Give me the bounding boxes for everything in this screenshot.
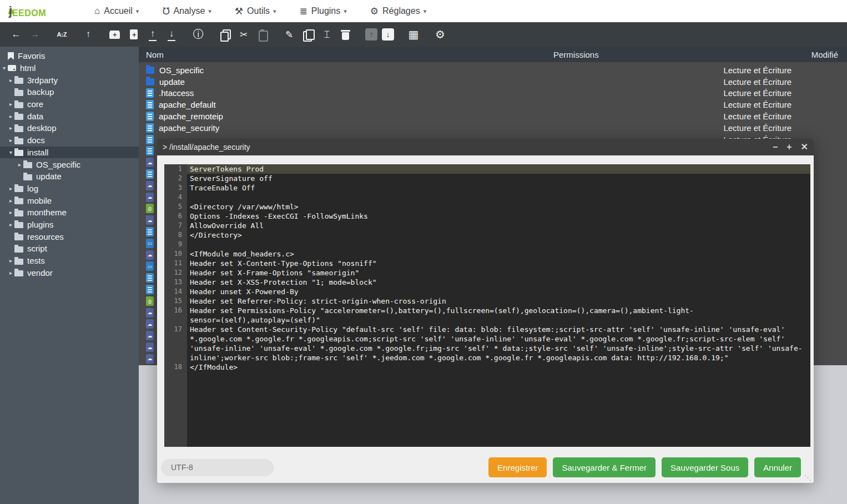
code-line[interactable]: 4 (164, 193, 810, 202)
code-line[interactable]: 'unsafe-inline' 'unsafe-eval' *.google.c… (164, 344, 810, 353)
code-line[interactable]: 6Options -Indexes -ExecCGI -FollowSymLin… (164, 211, 810, 221)
code-line[interactable]: 2ServerSignature off (164, 174, 810, 183)
sauvegarder-fermer-button[interactable]: Sauvegarder & Fermer (553, 457, 656, 477)
sort-icon[interactable]: A↕Z (54, 27, 69, 42)
sidebar-item-vendor[interactable]: ▸vendor (0, 266, 139, 279)
table-row-apache_security[interactable]: apache_securityLecture et Écriture (139, 122, 847, 134)
upload-icon[interactable]: ↑ (145, 27, 160, 42)
code-editor[interactable]: 1ServerTokens Prod2ServerSignature off3T… (164, 164, 810, 447)
code-line[interactable]: inline';worker-src blob:;frame-src 'self… (164, 353, 810, 362)
sidebar-item-log[interactable]: ▸log (0, 183, 139, 195)
nav-item-accueil[interactable]: ⌂Accueil▾ (94, 6, 139, 17)
code-line[interactable]: 5<Directory /var/www/html> (164, 202, 810, 211)
copy-icon[interactable] (218, 27, 232, 42)
tree-caret-icon[interactable]: ▸ (7, 221, 14, 228)
code-line[interactable]: 17Header set Content-Security-Policy "de… (164, 325, 810, 334)
code-line[interactable]: 14Header unset X-Powered-By (164, 287, 810, 296)
code-line[interactable]: 1ServerTokens Prod (164, 164, 810, 174)
info-icon[interactable]: ⓘ (191, 27, 205, 42)
minimize-icon[interactable]: − (773, 143, 778, 152)
column-header-modifie[interactable]: Modifié (793, 50, 847, 59)
code-line[interactable]: 9 (164, 240, 810, 249)
code-line[interactable]: 10<IfModule mod_headers.c> (164, 249, 810, 259)
code-line[interactable]: 16Header set Permissions-Policy "acceler… (164, 306, 810, 315)
resize-handle[interactable]: ⋱ (804, 473, 811, 482)
code-line[interactable]: 7AllowOverride All (164, 221, 810, 230)
rename-icon[interactable]: ⌶ (320, 27, 334, 42)
sidebar-item-mobile[interactable]: ▸mobile (0, 194, 139, 206)
tree-caret-icon[interactable]: ▸ (7, 125, 14, 131)
sidebar-item-install[interactable]: ▾install (0, 147, 139, 159)
tree-caret-icon[interactable]: ▸ (7, 270, 14, 276)
close-icon[interactable]: ✕ (801, 143, 808, 152)
table-row-apache_default[interactable]: apache_defaultLecture et Écriture (139, 99, 847, 110)
column-header-permissions[interactable]: Permissions (553, 50, 793, 59)
nav-item-outils[interactable]: ⚒Outils▾ (235, 6, 276, 17)
sidebar-item-tests[interactable]: ▸tests (0, 255, 139, 267)
archive-in-icon[interactable] (365, 28, 377, 41)
nav-item-réglages[interactable]: ⚙Réglages▾ (370, 6, 426, 17)
code-line[interactable]: 8</Directory> (164, 230, 810, 240)
sidebar-item-core[interactable]: ▸core (0, 98, 139, 110)
code-line[interactable]: 13Header set X-XSS-Protection "1; mode=b… (164, 278, 810, 287)
sidebar-item-html[interactable]: ▾html (0, 62, 139, 74)
download-icon[interactable]: ↓ (164, 27, 179, 42)
enregistrer-button[interactable]: Enregistrer (488, 457, 547, 477)
code-line[interactable]: 12Header set X-Frame-Options "sameorigin… (164, 268, 810, 278)
cut-icon[interactable]: ✂ (236, 27, 251, 42)
code-line[interactable]: 3TraceEnable Off (164, 183, 810, 193)
sidebar-item-favoris[interactable]: Favoris (0, 50, 139, 62)
sidebar-item-plugins[interactable]: ▸plugins (0, 219, 139, 231)
code-line[interactable]: 18</IfModule> (164, 362, 810, 372)
up-icon[interactable]: ↑ (81, 27, 95, 42)
code-line[interactable]: sensor=(self),autoplay=(self)" (164, 315, 810, 325)
tree-caret-icon[interactable]: ▾ (1, 65, 8, 71)
sidebar-item-montheme[interactable]: ▸montheme (0, 206, 139, 219)
sidebar-item-docs[interactable]: ▸docs (0, 134, 139, 147)
sauvegarder-sous-button[interactable]: Sauvegarder Sous (662, 457, 748, 477)
archive-out-icon[interactable] (382, 28, 394, 41)
table-row-update[interactable]: updateLecture et Écriture (139, 76, 847, 88)
sidebar-item-3rdparty[interactable]: ▸3rdparty (0, 74, 139, 86)
tree-caret-icon[interactable]: ▸ (7, 209, 14, 215)
maximize-icon[interactable]: + (786, 143, 791, 152)
tree-caret-icon[interactable]: ▾ (7, 149, 14, 155)
sidebar-item-data[interactable]: ▸data (0, 110, 139, 122)
code-line[interactable]: 11Header set X-Content-Type-Options "nos… (164, 259, 810, 268)
table-row-OS_specific[interactable]: OS_specificLecture et Écriture (139, 64, 847, 76)
encoding-field[interactable]: UTF-8 (161, 459, 274, 476)
nav-item-plugins[interactable]: ≣Plugins▾ (300, 6, 347, 17)
tree-caret-icon[interactable]: ▸ (7, 198, 14, 204)
sidebar-item-resources[interactable]: resources (0, 230, 139, 243)
trash-icon[interactable] (339, 27, 353, 42)
column-header-nom[interactable]: Nom (139, 50, 553, 59)
nav-item-analyse[interactable]: ℧Analyse▾ (162, 6, 211, 17)
tree-caret-icon[interactable]: ▸ (7, 101, 14, 107)
back-icon[interactable]: ← (9, 27, 23, 42)
sidebar-item-os_specific[interactable]: ▸OS_specific (0, 158, 139, 170)
new-folder-icon[interactable] (108, 27, 122, 42)
annuler-button[interactable]: Annuler (754, 457, 801, 477)
grid-icon[interactable]: ▦ (406, 27, 421, 42)
sidebar-item-update[interactable]: update (0, 170, 139, 183)
file-name-label: update (159, 77, 185, 87)
duplicate-icon[interactable] (301, 27, 315, 42)
tree-caret-icon[interactable]: ▸ (7, 258, 14, 264)
table-row-.htaccess[interactable]: .htaccessLecture et Écriture (139, 88, 847, 99)
sidebar-item-backup[interactable]: backup (0, 86, 139, 98)
sidebar-item-script[interactable]: script (0, 243, 139, 255)
edit-icon[interactable]: ✎ (282, 27, 296, 42)
tree-caret-icon[interactable]: ▸ (16, 162, 23, 168)
code-line[interactable]: 15Header set Referrer-Policy: strict-ori… (164, 296, 810, 306)
tree-caret-icon[interactable]: ▸ (7, 113, 14, 119)
tree-caret-icon[interactable]: ▸ (7, 77, 14, 83)
new-file-icon[interactable] (127, 27, 141, 42)
jeedom-logo[interactable]: ▲ j EEDOM (6, 4, 94, 18)
sidebar-item-desktop[interactable]: ▸desktop (0, 122, 139, 134)
tree-caret-icon[interactable]: ▸ (7, 185, 14, 191)
settings-icon[interactable]: ⚙ (433, 27, 447, 42)
tree-caret-icon[interactable]: ▸ (7, 137, 14, 143)
modal-title-bar[interactable]: > /install/apache_security −+✕ (157, 139, 814, 155)
table-row-apache_remoteip[interactable]: apache_remoteipLecture et Écriture (139, 110, 847, 122)
code-line[interactable]: *.google.com *.google.fr *.googleapis.co… (164, 334, 810, 344)
